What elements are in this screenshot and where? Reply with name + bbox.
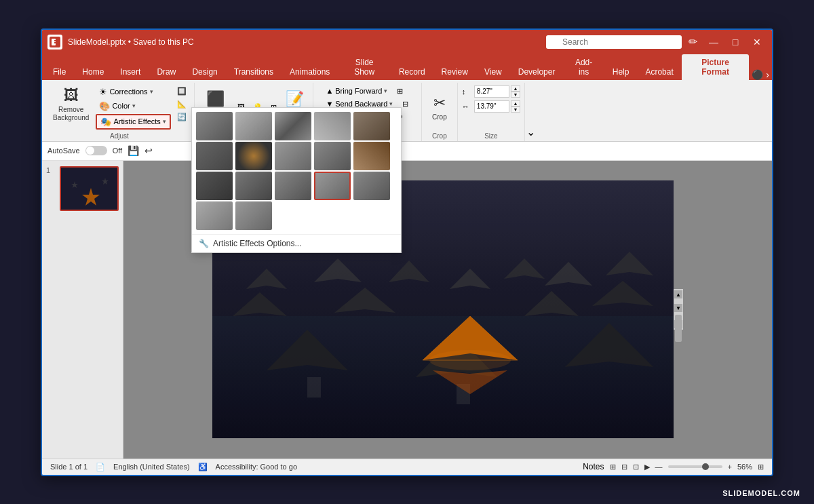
tab-slideshow[interactable]: Slide Show	[338, 54, 391, 80]
arrange-right1-button[interactable]: ⊞	[393, 85, 406, 97]
art-cell-1[interactable]	[235, 112, 272, 140]
svg-rect-4	[61, 168, 119, 211]
ribbon-expand-icon[interactable]: ⚫	[752, 69, 763, 80]
close-button[interactable]: ✕	[748, 34, 767, 50]
artistic-effects-icon: 🎭	[100, 117, 111, 127]
bring-forward-button[interactable]: ▲ Bring Forward ▾	[322, 85, 391, 96]
alt-text-icon: 📝	[286, 90, 304, 108]
art-cell-13-blur[interactable]: Blur	[314, 172, 351, 200]
tab-transitions[interactable]: Transitions	[226, 64, 282, 80]
art-cell-5[interactable]	[196, 142, 233, 170]
main-content: 1	[42, 161, 772, 459]
zoom-in-icon[interactable]: +	[728, 463, 732, 471]
ribbon-expand-button[interactable]: ⌄	[526, 125, 535, 138]
search-input[interactable]	[546, 35, 682, 49]
autosave-label: AutoSave	[47, 147, 80, 155]
brand-logo: SLIDEMODEL.COM	[722, 489, 800, 497]
art-cell-8[interactable]	[314, 142, 351, 170]
tab-record[interactable]: Record	[391, 64, 433, 80]
slide-thumbnail[interactable]	[60, 166, 119, 211]
tab-draw[interactable]: Draw	[149, 64, 184, 80]
tab-developer[interactable]: Developer	[510, 64, 564, 80]
artistic-effects-button[interactable]: 🎭 Artistic Effects ▾	[96, 114, 170, 130]
width-icon: ↔	[462, 102, 473, 111]
art-cell-9[interactable]	[353, 142, 390, 170]
tab-design[interactable]: Design	[184, 64, 225, 80]
tab-insert[interactable]: Insert	[112, 64, 149, 80]
art-cell-12[interactable]	[275, 172, 311, 200]
tab-file[interactable]: File	[45, 64, 74, 80]
crop-button[interactable]: ✂ Crop	[426, 88, 453, 126]
art-cell-4[interactable]	[353, 112, 390, 140]
autosave-bar: AutoSave Off 💾 ↩	[42, 142, 772, 161]
art-cell-3[interactable]	[314, 112, 351, 140]
crop-group-label: Crop	[432, 132, 447, 141]
width-up-button[interactable]: ▲	[511, 100, 520, 106]
art-cell-0[interactable]	[196, 112, 233, 140]
transparency-button[interactable]: 🔲	[174, 85, 190, 97]
height-up-button[interactable]: ▲	[511, 85, 520, 92]
notes-button[interactable]: Notes	[583, 462, 604, 471]
width-input[interactable]	[474, 100, 509, 113]
tab-addins[interactable]: Add-ins	[563, 54, 604, 80]
vertical-scrollbar[interactable]: ▲ ▼ ▼	[674, 289, 683, 330]
adjust-buttons: ☀ Corrections ▾ 🎨 Color ▾ 🎭 Artistic Eff…	[96, 85, 170, 130]
width-row: ↔ ▲ ▼	[462, 100, 520, 113]
tab-picture-format[interactable]: Picture Format	[682, 54, 750, 80]
minimize-button[interactable]: —	[704, 34, 723, 50]
change-picture-button[interactable]: 🔄	[174, 111, 190, 123]
width-down-button[interactable]: ▼	[511, 106, 520, 113]
ribbon-group-size: ↕ ▲ ▼ ↔ ▲ ▼ Size	[458, 83, 525, 141]
art-cell-2[interactable]	[275, 112, 311, 140]
app-logo	[47, 35, 62, 50]
art-cell-10[interactable]	[196, 172, 233, 200]
bring-forward-arrow: ▾	[384, 88, 387, 94]
transparency-icon: 🔲	[177, 87, 187, 96]
art-cell-11[interactable]	[235, 172, 272, 200]
crop-content: ✂ Crop	[426, 83, 453, 132]
artistic-effects-options-link[interactable]: 🔧 Artistic Effects Options...	[192, 234, 401, 252]
status-bar-right: Notes ⊞ ⊟ ⊡ ▶ — + 56% ⊞	[583, 462, 764, 471]
view-present-icon[interactable]: ▶	[644, 463, 650, 471]
view-normal-icon[interactable]: ⊞	[610, 463, 616, 471]
color-icon: 🎨	[99, 101, 110, 111]
art-cell-15[interactable]	[196, 201, 233, 230]
tab-help[interactable]: Help	[604, 64, 638, 80]
tab-acrobat[interactable]: Acrobat	[637, 64, 681, 80]
corrections-button[interactable]: ☀ Corrections ▾	[96, 85, 170, 98]
corrections-icon: ☀	[99, 87, 107, 97]
height-down-button[interactable]: ▼	[511, 92, 520, 98]
zoom-out-icon[interactable]: —	[655, 463, 663, 471]
scroll-down-top-button[interactable]: ▼	[674, 304, 682, 312]
zoom-thumb[interactable]	[702, 463, 709, 470]
color-arrow: ▾	[132, 102, 136, 109]
remove-background-button[interactable]: 🖼 RemoveBackground	[49, 85, 93, 123]
view-grid-icon[interactable]: ⊟	[621, 463, 627, 471]
remove-bg-label: RemoveBackground	[53, 106, 89, 122]
scroll-up-button[interactable]: ▲	[674, 290, 682, 298]
slide-thumb-container: 1	[46, 166, 119, 211]
adjust-content: 🖼 RemoveBackground ☀ Corrections ▾ 🎨 Col…	[49, 83, 190, 132]
tab-animations[interactable]: Animations	[282, 64, 338, 80]
color-button[interactable]: 🎨 Color ▾	[96, 100, 170, 113]
art-cell-16[interactable]	[235, 201, 272, 230]
undo-icon[interactable]: ↩	[144, 145, 153, 156]
tab-home[interactable]: Home	[74, 64, 112, 80]
art-cell-6[interactable]	[235, 142, 272, 170]
save-icon[interactable]: 💾	[128, 145, 139, 156]
tab-view[interactable]: View	[476, 64, 510, 80]
tab-review[interactable]: Review	[433, 64, 476, 80]
zoom-slider[interactable]	[668, 465, 722, 468]
artistic-effects-dropdown: Blur 🔧 Artistic Effects Options...	[191, 107, 402, 253]
autosave-toggle[interactable]	[85, 146, 107, 155]
size-content: ↕ ▲ ▼ ↔ ▲ ▼	[462, 83, 520, 132]
height-input[interactable]	[474, 85, 509, 98]
art-cell-14[interactable]	[353, 172, 390, 200]
view-reading-icon[interactable]: ⊡	[633, 463, 639, 471]
compress-button[interactable]: 📐	[174, 98, 190, 110]
scroll-thumb[interactable]	[675, 315, 682, 342]
restore-button[interactable]: □	[726, 34, 745, 50]
art-cell-7[interactable]	[275, 142, 311, 170]
ribbon-more-icon[interactable]: ›	[766, 69, 769, 80]
fit-slide-icon[interactable]: ⊞	[758, 463, 764, 471]
